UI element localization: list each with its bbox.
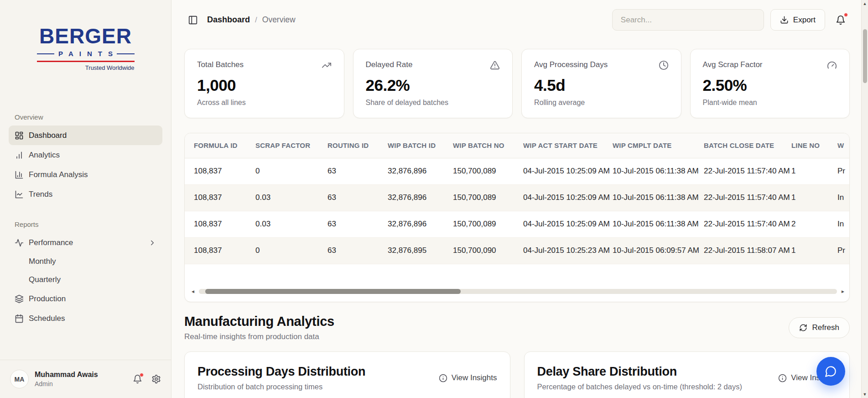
user-role: Admin: [35, 380, 98, 388]
chart-subtitle: Distribution of batch processing times: [198, 382, 365, 391]
table-cell: 108,837: [185, 211, 246, 237]
sidebar-item-analytics[interactable]: Analytics: [9, 145, 162, 165]
sidebar-item-schedules[interactable]: Schedules: [9, 309, 162, 328]
sidebar-item-performance[interactable]: Performance: [9, 233, 162, 252]
kpi-row: Total Batches 1,000 Across all lines Del…: [184, 49, 850, 118]
table-column-header: FORMULA ID: [185, 133, 246, 158]
charts-row: Processing Days Distribution Distributio…: [184, 351, 850, 398]
sidebar-item-production[interactable]: Production: [9, 289, 162, 309]
scroll-down-icon[interactable]: ▼: [862, 392, 868, 397]
sidebar: BERGER PAINTS Trusted Worldwide Overview…: [0, 0, 172, 398]
brand-name: BERGER: [37, 26, 135, 47]
sidebar-item-trends[interactable]: Trends: [9, 184, 162, 204]
batches-table: FORMULA ID SCRAP FACTOR ROUTING ID WIP B…: [185, 133, 850, 264]
table-cell: Pr: [828, 158, 850, 184]
table-cell: 10-Jul-2015 06:09:57 AM: [603, 237, 695, 264]
search-input[interactable]: [612, 9, 764, 31]
page-content: Total Batches 1,000 Across all lines Del…: [172, 40, 868, 398]
section-subtitle: Real-time insights from production data: [184, 332, 334, 341]
kpi-value: 26.2%: [366, 76, 500, 94]
table-cell: 10-Jul-2015 06:11:38 AM: [603, 211, 695, 237]
scroll-right-icon[interactable]: ►: [840, 289, 846, 294]
chart-heading-block: Delay Share Distribution Percentage of b…: [537, 365, 742, 391]
top-header: Dashboard / Overview Export: [172, 0, 868, 40]
table-cell: 04-Jul-2015 10:25:09 AM: [514, 184, 603, 211]
brand-sub: PAINTS: [58, 50, 119, 58]
notification-dot: [844, 13, 848, 17]
panel-left-icon: [188, 15, 198, 25]
scroll-left-icon[interactable]: ◄: [190, 289, 196, 294]
table-cell: 150,700,089: [444, 211, 514, 237]
kpi-caption: Plant-wide mean: [703, 99, 837, 107]
table-cell: 32,876,895: [379, 237, 444, 264]
view-insights-button[interactable]: View Insights: [439, 373, 497, 382]
table-cell: 32,876,896: [379, 211, 444, 237]
user-name: Muhammad Awais: [35, 371, 98, 379]
table-cell: In: [828, 184, 850, 211]
kpi-value: 4.5d: [534, 76, 669, 94]
chat-icon: [825, 365, 837, 377]
export-button[interactable]: Export: [770, 9, 825, 31]
kpi-value: 2.50%: [703, 76, 837, 94]
chart-heading-block: Processing Days Distribution Distributio…: [198, 365, 365, 391]
sidebar-item-label: Trends: [29, 190, 52, 199]
kpi-card-delayed-rate: Delayed Rate 26.2% Share of delayed batc…: [353, 49, 513, 118]
vertical-scrollbar-thumb[interactable]: [863, 29, 867, 83]
gauge-icon: [827, 60, 837, 70]
table-row: 108,837 0 63 32,876,896 150,700,089 04-J…: [185, 158, 850, 184]
dashboard-icon: [15, 131, 24, 140]
chevron-right-icon: [148, 239, 156, 247]
sidebar-item-dashboard[interactable]: Dashboard: [9, 126, 162, 145]
sidebar-item-quarterly[interactable]: Quarterly: [9, 271, 162, 289]
horizontal-scrollbar: ◄ ►: [190, 288, 846, 294]
footer-bell-button[interactable]: [133, 374, 142, 384]
clock-icon: [659, 60, 669, 70]
breadcrumb: Dashboard / Overview: [207, 15, 296, 25]
kpi-card-total-batches: Total Batches 1,000 Across all lines: [184, 49, 344, 118]
table-cell: 63: [318, 211, 379, 237]
alert-triangle-icon: [490, 60, 500, 70]
view-insights-label: View Insights: [452, 373, 497, 382]
table-cell: 04-Jul-2015 10:25:09 AM: [514, 158, 603, 184]
chart-subtitle: Percentage of batches delayed vs on-time…: [537, 382, 742, 391]
kpi-value: 1,000: [197, 76, 332, 94]
table-cell: 32,876,896: [379, 158, 444, 184]
table-cell: 108,837: [185, 184, 246, 211]
sidebar-toggle-button[interactable]: [184, 11, 202, 29]
notification-dot: [140, 373, 144, 377]
nav-section-overview: Overview: [15, 113, 162, 121]
analytics-heading-block: Manufacturing Analytics Real-time insigh…: [184, 314, 334, 341]
kpi-title: Total Batches: [197, 60, 244, 69]
scroll-up-icon[interactable]: ▲: [862, 1, 868, 6]
refresh-label: Refresh: [812, 323, 839, 332]
table-cell: 22-Jul-2015 11:57:40 AM: [695, 158, 782, 184]
table-column-header: WIP ACT START DATE: [514, 133, 603, 158]
brand-red-underline: [37, 61, 135, 62]
table-cell: 108,837: [185, 158, 246, 184]
notifications-button[interactable]: [832, 11, 850, 29]
table-cell: 04-Jul-2015 10:25:09 AM: [514, 211, 603, 237]
kpi-caption: Across all lines: [197, 99, 332, 107]
table-column-header: WIP BATCH ID: [379, 133, 444, 158]
brand-rule-left: [37, 53, 55, 54]
vertical-scrollbar[interactable]: ▲ ▼: [861, 0, 868, 398]
chart-title: Processing Days Distribution: [198, 365, 365, 379]
horizontal-scrollbar-thumb[interactable]: [205, 289, 461, 294]
footer-settings-button[interactable]: [151, 374, 161, 384]
brand-sub-row: PAINTS: [37, 50, 135, 58]
sidebar-item-label: Performance: [29, 238, 73, 247]
table-cell: 22-Jul-2015 11:57:40 AM: [695, 211, 782, 237]
sidebar-item-formula-analysis[interactable]: Formula Analysis: [9, 165, 162, 184]
refresh-button[interactable]: Refresh: [789, 317, 850, 338]
table-column-header: LINE NO: [782, 133, 828, 158]
bar-chart-axis-icon: [15, 170, 24, 179]
chat-fab-button[interactable]: [816, 357, 845, 386]
chart-title: Delay Share Distribution: [537, 365, 742, 379]
chart-card-processing-days: Processing Days Distribution Distributio…: [184, 351, 510, 398]
breadcrumb-parent[interactable]: Dashboard: [207, 15, 250, 25]
horizontal-scrollbar-track[interactable]: [199, 289, 837, 294]
sidebar-item-monthly[interactable]: Monthly: [9, 252, 162, 271]
export-label: Export: [793, 16, 816, 25]
table-column-header: WIP CMPLT DATE: [603, 133, 695, 158]
table-cell: 10-Jul-2015 06:11:38 AM: [603, 184, 695, 211]
